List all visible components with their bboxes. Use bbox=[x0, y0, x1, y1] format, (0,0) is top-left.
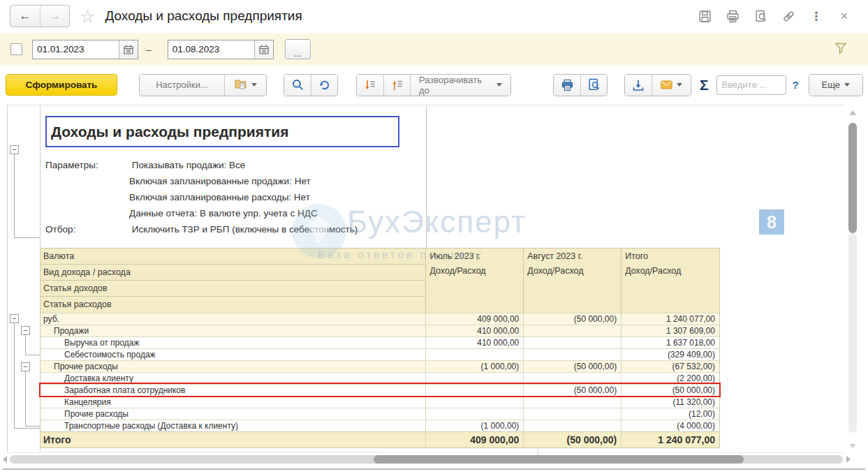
tree-line bbox=[25, 335, 26, 355]
collapse-toggle-rub[interactable]: − bbox=[10, 314, 19, 323]
send-email-button[interactable] bbox=[652, 75, 691, 96]
autosum-icon[interactable]: Σ bbox=[700, 77, 709, 94]
vertical-scroll-thumb[interactable] bbox=[848, 123, 857, 233]
vertical-scroll-track[interactable] bbox=[848, 233, 857, 433]
row-value: (4 000,00) bbox=[621, 420, 719, 431]
row-value: (50 000,00) bbox=[524, 313, 621, 325]
forward-button[interactable]: → bbox=[40, 6, 69, 27]
search-next-button[interactable] bbox=[311, 75, 337, 96]
chevron-down-icon bbox=[496, 83, 502, 87]
save-file-button[interactable] bbox=[625, 75, 652, 96]
row-value: 1 240 077,00 bbox=[621, 313, 719, 325]
collapse-toggle-other-expenses[interactable]: − bbox=[21, 362, 30, 371]
horizontal-scrollbar[interactable] bbox=[0, 454, 868, 466]
print-icon[interactable] bbox=[726, 9, 740, 23]
table-row[interactable]: Прочие расходы(12,00) bbox=[41, 408, 719, 420]
date-from-field[interactable]: 01.01.2023 bbox=[32, 40, 138, 59]
scroll-right-arrow[interactable] bbox=[846, 456, 851, 463]
row-value: (50 000,00) bbox=[524, 361, 621, 372]
horizontal-scroll-thumb[interactable] bbox=[374, 455, 744, 464]
report-toolbar: Сформировать Настройки... bbox=[0, 68, 868, 101]
calendar-icon[interactable] bbox=[254, 40, 273, 59]
chevron-down-icon bbox=[677, 83, 682, 87]
print-group bbox=[553, 74, 608, 96]
tree-line bbox=[14, 323, 15, 428]
table-row[interactable]: Прочие расходы(1 000,00)(50 000,00)(67 5… bbox=[41, 360, 719, 372]
print-preview-icon[interactable] bbox=[753, 9, 767, 23]
column-header-total: Итого Доход/Расход bbox=[621, 249, 719, 313]
selection-value: Исключить ТЗР и РБП (включены в себестои… bbox=[132, 224, 358, 235]
preview-button[interactable] bbox=[580, 75, 607, 96]
help-icon[interactable]: ? bbox=[793, 79, 799, 91]
collapse-toggle-header[interactable]: − bbox=[10, 145, 19, 154]
header-row-label: Вид дохода / расхода bbox=[41, 265, 425, 281]
generate-button[interactable]: Сформировать bbox=[6, 74, 117, 96]
header-row-label: Статья расходов bbox=[41, 297, 425, 313]
settings-button[interactable]: Настройки... bbox=[140, 75, 224, 96]
vertical-scrollbar[interactable] bbox=[846, 105, 860, 452]
window-actions: ⋮ × bbox=[698, 9, 851, 23]
selection-label: Отбор: bbox=[45, 224, 129, 235]
search-button[interactable] bbox=[284, 75, 311, 96]
print-report-button[interactable] bbox=[554, 75, 580, 96]
more-menu-icon[interactable]: ⋮ bbox=[809, 9, 823, 23]
tree-line bbox=[25, 355, 40, 355]
content-bottom-line bbox=[7, 452, 845, 453]
param-value: Включая запланированные расходы: Нет bbox=[129, 192, 310, 202]
params-row: Параметры: Показывать продажи: Все bbox=[45, 160, 245, 170]
column-label: Август 2023 г. bbox=[527, 251, 621, 261]
table-header-left: Валюта Вид дохода / расхода Статья доход… bbox=[41, 249, 426, 313]
back-button[interactable]: ← bbox=[10, 6, 40, 27]
date-to-value: 01.08.2023 bbox=[168, 40, 254, 59]
scroll-up-arrow[interactable] bbox=[849, 110, 856, 115]
table-row[interactable]: Заработная плата сотрудников(50 000,00)(… bbox=[41, 384, 719, 396]
search-group bbox=[284, 74, 338, 96]
row-value bbox=[524, 373, 621, 384]
table-row[interactable]: Доставка клиенту(2 200,00) bbox=[41, 372, 719, 384]
period-checkbox[interactable] bbox=[10, 43, 22, 55]
column-sublabel: Доход/Расход bbox=[625, 266, 719, 276]
row-value bbox=[426, 397, 524, 408]
save-icon[interactable] bbox=[698, 9, 712, 23]
table-row[interactable]: Транспортные расходы (Доставка к клиенту… bbox=[41, 420, 719, 431]
table-row[interactable]: Выручка от продаж410 000,001 637 018,00 bbox=[41, 336, 719, 348]
header-row-label: Статья доходов bbox=[41, 281, 425, 297]
row-label: Прочие расходы bbox=[41, 361, 426, 372]
tree-line bbox=[14, 237, 40, 238]
table-row[interactable]: Себестоимость продаж(329 409,00) bbox=[41, 348, 719, 360]
tree-line bbox=[14, 154, 15, 237]
close-icon[interactable]: × bbox=[837, 9, 851, 23]
total-july: 409 000,00 bbox=[426, 432, 524, 447]
collapse-groups-icon[interactable] bbox=[383, 75, 410, 96]
row-value bbox=[426, 373, 524, 384]
total-august: (50 000,00) bbox=[524, 432, 621, 447]
quick-search-input[interactable] bbox=[716, 75, 786, 95]
table-row[interactable]: Канцелярия(11 320,00) bbox=[41, 396, 719, 408]
calendar-icon[interactable] bbox=[119, 40, 138, 59]
row-label: Выручка от продаж bbox=[41, 337, 426, 348]
collapse-toggle-sales[interactable]: − bbox=[21, 326, 30, 335]
row-value bbox=[524, 337, 621, 348]
filter-funnel-icon[interactable] bbox=[834, 42, 847, 57]
row-value bbox=[426, 385, 524, 396]
more-button[interactable]: Еще bbox=[809, 75, 862, 96]
favorite-star-icon[interactable]: ☆ bbox=[80, 8, 95, 25]
row-label: Себестоимость продаж bbox=[41, 349, 426, 360]
report-area: − − − − Доходы и расходы предприятия Пар… bbox=[0, 105, 868, 457]
period-options-button[interactable]: ... bbox=[285, 39, 311, 59]
link-icon[interactable] bbox=[781, 9, 795, 23]
expand-groups-icon[interactable] bbox=[357, 75, 383, 96]
report-title: Доходы и расходы предприятия bbox=[45, 116, 399, 147]
row-value: (12,00) bbox=[621, 408, 719, 420]
param-value: Показывать продажи: Все bbox=[132, 160, 246, 170]
row-label: Продажи bbox=[41, 325, 426, 336]
expand-to-dropdown[interactable]: Разворачивать до bbox=[410, 75, 510, 96]
table-row[interactable]: руб.409 000,00(50 000,00)1 240 077,00 bbox=[41, 313, 719, 325]
column-header-july: Июль 2023 г. Доход/Расход bbox=[426, 249, 524, 313]
total-row[interactable]: Итого 409 000,00 (50 000,00) 1 240 077,0… bbox=[40, 431, 720, 448]
scroll-left-arrow[interactable] bbox=[3, 456, 7, 463]
report-variants-button[interactable] bbox=[224, 75, 266, 96]
table-row[interactable]: Продажи410 000,001 307 609,00 bbox=[41, 325, 719, 336]
date-to-field[interactable]: 01.08.2023 bbox=[168, 40, 274, 59]
scroll-down-arrow[interactable] bbox=[850, 444, 855, 448]
